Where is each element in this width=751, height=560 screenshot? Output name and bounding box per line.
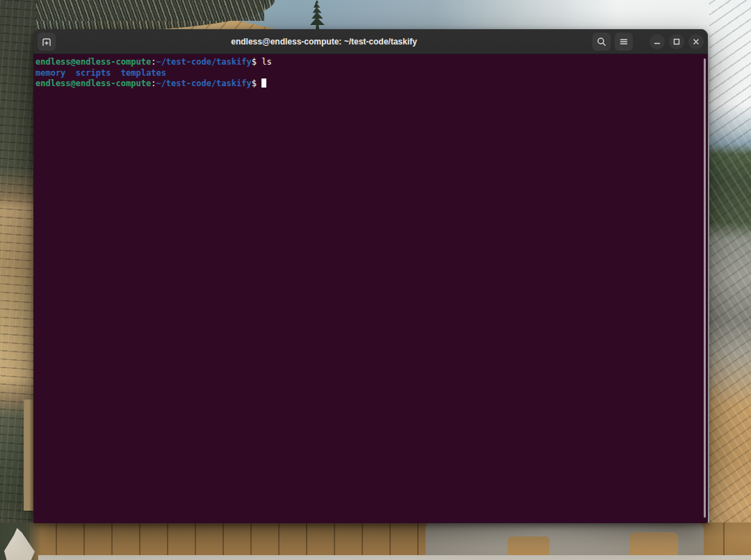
terminal-line-prompt: endless@endless-compute:~/test-code/task… — [35, 79, 704, 90]
window-title: endless@endless-compute: ~/test-code/tas… — [56, 37, 592, 47]
terminal-line-command: endless@endless-compute:~/test-code/task… — [35, 57, 704, 68]
search-icon — [597, 37, 606, 47]
prompt-path: ~/test-code/taskify — [156, 79, 251, 88]
command-text: ls — [261, 57, 271, 67]
prompt-symbol: $ — [252, 57, 257, 67]
ls-directory: scripts — [76, 68, 111, 78]
wallpaper-left-cabin-wall — [0, 0, 36, 560]
ls-directory: templates — [121, 68, 166, 78]
ls-separator — [65, 68, 75, 78]
minimize-button[interactable] — [649, 34, 665, 49]
hamburger-menu-icon — [619, 37, 629, 47]
wallpaper-cabin-roof — [67, 6, 282, 31]
maximize-button[interactable] — [669, 34, 684, 49]
wallpaper-bottom-planks — [0, 522, 751, 560]
wallpaper-pine-tree — [305, 0, 330, 32]
minimize-icon — [653, 38, 661, 46]
maximize-icon — [672, 38, 681, 46]
prompt-symbol: $ — [252, 79, 257, 88]
close-button[interactable] — [688, 34, 704, 49]
ls-directory: memory — [35, 68, 65, 78]
prompt-path: ~/test-code/taskify — [156, 57, 251, 67]
search-button[interactable] — [592, 33, 611, 51]
prompt-space — [257, 79, 261, 88]
wallpaper-floor-strip — [38, 555, 751, 560]
wallpaper-wood-post — [24, 400, 34, 511]
terminal-cursor — [261, 79, 266, 88]
ls-separator — [111, 68, 120, 78]
wallpaper-right-mountainside — [709, 0, 751, 560]
prompt-user-host: endless@endless-compute — [35, 79, 151, 88]
menu-button[interactable] — [615, 33, 633, 51]
new-tab-icon — [41, 36, 52, 47]
terminal-content[interactable]: endless@endless-compute:~/test-code/task… — [33, 55, 708, 523]
terminal-headerbar[interactable]: endless@endless-compute: ~/test-code/tas… — [33, 29, 708, 54]
wallpaper-thatch-fringe — [0, 0, 264, 21]
terminal-scrollbar[interactable] — [704, 58, 706, 518]
terminal-line-ls-output: memory scripts templates — [35, 68, 704, 79]
wallpaper-dark-corner — [0, 522, 42, 560]
wallpaper-wood-block — [508, 536, 549, 560]
wallpaper-boulder — [426, 521, 704, 557]
wallpaper-wood-block — [629, 532, 678, 560]
new-tab-button[interactable] — [38, 33, 56, 51]
wallpaper-thatch-branches — [0, 0, 275, 31]
prompt-user-host: endless@endless-compute — [35, 57, 151, 67]
terminal-window: endless@endless-compute: ~/test-code/tas… — [33, 29, 708, 523]
close-icon — [692, 38, 700, 46]
headerbar-controls — [592, 33, 704, 51]
wallpaper-white-carving — [4, 528, 35, 560]
